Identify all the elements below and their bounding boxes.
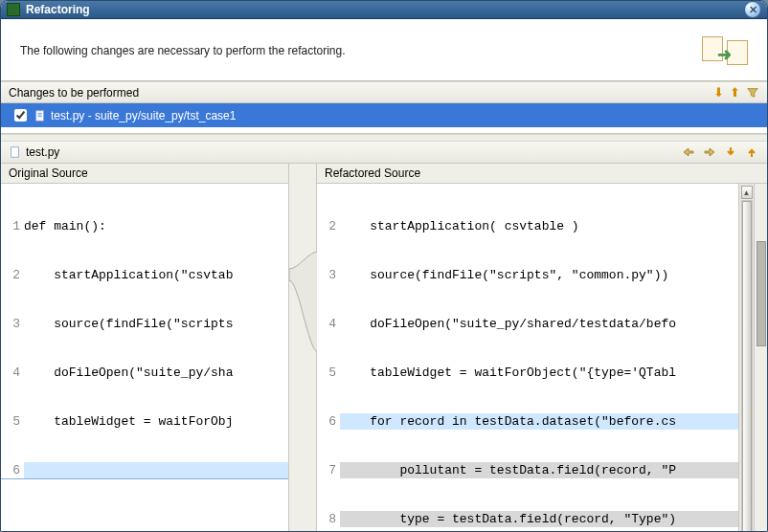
copy-left-icon[interactable] (681, 144, 696, 160)
line-num: 2 (1, 267, 24, 283)
app-icon (7, 3, 20, 16)
changes-tree[interactable]: test.py - suite_py/suite_py/tst_case1 (1, 103, 767, 134)
code-text: for record in testData.dataset("before.c… (340, 413, 738, 430)
next-change-icon[interactable]: ⬇ (713, 85, 724, 100)
dialog-content: The following changes are necessary to p… (1, 19, 767, 532)
code-text: doFileOpen("suite_py/sha (24, 365, 288, 381)
code-text: tableWidget = waitForObj (24, 413, 288, 430)
line-num: 3 (317, 267, 340, 283)
banner-text: The following changes are necessary to p… (20, 44, 702, 57)
code-text: source(findFile("scripts", "common.py")) (340, 267, 738, 283)
scroll-up-icon[interactable]: ▲ (741, 186, 753, 199)
scroll-thumb[interactable] (742, 201, 752, 532)
right-pane: Refactored Source 2 startApplication( cs… (317, 164, 767, 532)
splitter[interactable] (1, 134, 767, 142)
next-diff-icon[interactable] (723, 144, 738, 160)
diff-viewer: Original Source 1def main(): 2 startAppl… (1, 164, 767, 532)
diff-mark[interactable] (757, 241, 766, 346)
line-num: 8 (317, 511, 340, 527)
svg-rect-1 (11, 147, 19, 158)
line-num: 3 (1, 316, 24, 332)
diff-gutter (288, 164, 317, 532)
line-num: 4 (317, 316, 340, 332)
changes-header: Changes to be performed ⬇ ⬆ (1, 81, 767, 103)
banner: The following changes are necessary to p… (1, 19, 767, 81)
change-item[interactable]: test.py - suite_py/suite_py/tst_case1 (1, 103, 767, 127)
left-pane: Original Source 1def main(): 2 startAppl… (1, 164, 288, 532)
code-text: tableWidget = waitForObject("{type='QTab… (340, 365, 738, 381)
close-button[interactable]: ✕ (744, 1, 761, 18)
original-source[interactable]: 1def main(): 2 startApplication("csvtab … (1, 184, 288, 532)
code-text (24, 462, 288, 478)
line-num: 7 (317, 462, 340, 478)
code-text: type = testData.field(record, "Type") (340, 511, 738, 527)
filter-icon[interactable] (746, 86, 759, 100)
file-icon (9, 145, 22, 159)
code-text: pollutant = testData.field(record, "P (340, 462, 738, 478)
code-text: startApplication( csvtable ) (340, 218, 738, 234)
line-num: 6 (317, 413, 340, 430)
prev-diff-icon[interactable] (744, 144, 759, 160)
prev-change-icon[interactable]: ⬆ (730, 85, 740, 100)
code-text: startApplication("csvtab (24, 267, 288, 283)
refactor-icon: ➜ (702, 34, 748, 67)
code-text: source(findFile("scripts (24, 316, 288, 332)
changes-header-label: Changes to be performed (9, 86, 713, 100)
line-num: 5 (317, 365, 340, 381)
titlebar[interactable]: Refactoring ✕ (1, 1, 767, 19)
change-checkbox[interactable] (14, 109, 27, 122)
left-pane-title: Original Source (1, 164, 288, 184)
overview-strip[interactable] (754, 184, 767, 532)
line-num: 2 (317, 218, 340, 234)
right-pane-title: Refactored Source (317, 164, 767, 184)
line-num: 1 (1, 218, 24, 234)
copy-right-icon[interactable] (702, 144, 717, 160)
code-text: def main(): (24, 218, 288, 234)
svg-rect-0 (36, 110, 44, 121)
line-num: 4 (1, 365, 24, 381)
file-icon (34, 109, 47, 122)
code-text: doFileOpen("suite_py/shared/testdata/bef… (340, 316, 738, 332)
line-num: 6 (1, 462, 24, 478)
refactoring-dialog: Refactoring ✕ The following changes are … (0, 0, 768, 532)
change-item-label: test.py - suite_py/suite_py/tst_case1 (51, 109, 236, 122)
file-header: test.py (1, 142, 767, 164)
line-num: 5 (1, 413, 24, 430)
scroll-track[interactable] (741, 200, 753, 532)
refactored-source[interactable]: 2 startApplication( csvtable ) 3 source(… (317, 184, 738, 532)
v-scrollbar[interactable]: ▲ ▼ (738, 184, 754, 532)
window-title: Refactoring (26, 3, 744, 16)
file-header-label: test.py (26, 145, 681, 159)
